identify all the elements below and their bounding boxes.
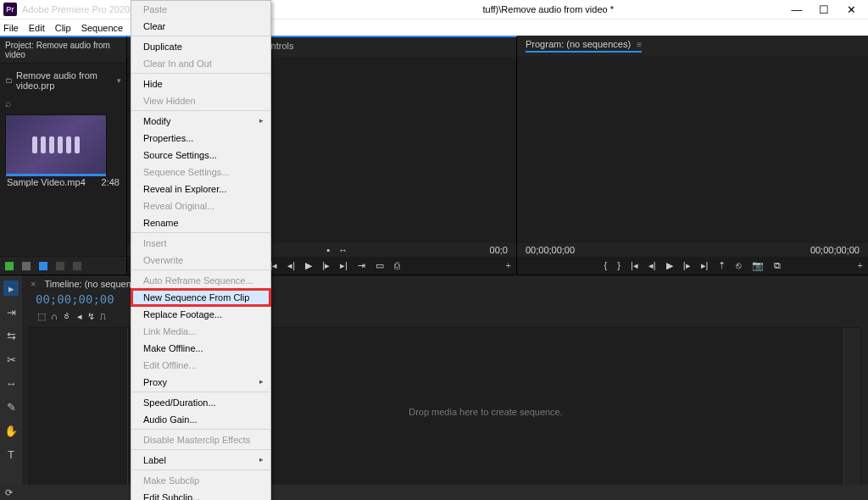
folder-icon: 🗀	[5, 76, 13, 85]
ripple-tool-icon[interactable]: ⇆	[3, 328, 19, 343]
play-icon[interactable]: ▶	[305, 260, 312, 271]
slip-tool-icon[interactable]: ↔	[3, 375, 19, 391]
toggle-icon[interactable]: ⎍	[100, 311, 106, 322]
timeline-faders[interactable]	[843, 328, 860, 496]
timeline-tab[interactable]: Timeline: (no sequence	[44, 279, 141, 289]
context-item-replace-footage[interactable]: Replace Footage...	[131, 306, 270, 323]
maximize-button[interactable]: ☐	[810, 3, 837, 16]
freeform-view-icon[interactable]	[56, 262, 64, 270]
context-item-proxy[interactable]: Proxy	[131, 374, 270, 392]
context-item-rename[interactable]: Rename	[131, 214, 270, 233]
step-back-icon[interactable]: ◂|	[287, 260, 295, 271]
toggle-icon[interactable]: ↯	[87, 311, 95, 322]
project-file-row[interactable]: 🗀 Remove audio from video.prp ▾	[5, 69, 121, 92]
sync-icon: ⟳	[5, 487, 13, 498]
half-icon[interactable]: ↔	[338, 245, 348, 255]
add-button-icon[interactable]: +	[506, 260, 511, 270]
tools-panel: ▸ ⇥ ⇆ ✂ ↔ ✎ ✋ T	[0, 275, 22, 500]
mark-in-icon[interactable]: {	[604, 260, 608, 271]
close-button[interactable]: ✕	[837, 3, 865, 16]
search-icon[interactable]: ⌕	[5, 97, 121, 109]
context-item-modify[interactable]: Modify	[131, 113, 270, 130]
clip-thumbnail[interactable]	[5, 114, 107, 175]
clip-name: Sample Video.mp4	[7, 177, 86, 187]
context-item-speed-duration[interactable]: Speed/Duration...	[131, 394, 270, 411]
menu-edit[interactable]: Edit	[29, 23, 45, 33]
grid-view-icon[interactable]	[39, 262, 47, 270]
context-item-view-hidden: View Hidden	[131, 92, 270, 111]
context-item-audio-gain[interactable]: Audio Gain...	[131, 411, 270, 430]
context-item-sequence-settings: Sequence Settings...	[131, 164, 270, 181]
track-select-tool-icon[interactable]: ⇥	[3, 304, 19, 319]
menu-sequence[interactable]: Sequence	[81, 23, 124, 33]
zoom-slider[interactable]	[73, 262, 81, 270]
go-in-icon[interactable]: |◂	[631, 260, 638, 271]
project-footer	[0, 256, 126, 275]
project-panel: Project: Remove audio from video 🗀 Remov…	[0, 36, 127, 275]
export-frame-icon[interactable]: ⎙	[394, 260, 400, 271]
source-tc-right: 00;0	[490, 245, 508, 255]
selection-tool-icon[interactable]: ▸	[3, 281, 19, 296]
context-item-clear[interactable]: Clear	[131, 18, 270, 36]
program-monitor: Program: (no sequences) ≡ 00;00;00;00 00…	[517, 36, 868, 275]
extract-icon[interactable]: ⎋	[736, 260, 742, 271]
context-item-reveal-original: Reveal Original...	[131, 197, 270, 214]
context-item-auto-reframe-sequence: Auto Reframe Sequence...	[131, 272, 270, 289]
context-item-disable-masterclip-effects: Disable Masterclip Effects	[131, 431, 270, 450]
context-item-paste: Paste	[131, 1, 270, 18]
chevron-down-icon: ▾	[117, 76, 121, 85]
list-view-icon[interactable]	[22, 262, 31, 270]
menu-file[interactable]: File	[3, 23, 19, 33]
timeline-timecode[interactable]: 00;00;00;00	[36, 292, 114, 306]
fit-icon[interactable]: ▪	[326, 245, 330, 255]
step-fwd-icon[interactable]: |▸	[683, 260, 691, 271]
export-frame-icon[interactable]: 📷	[752, 260, 764, 271]
context-item-properties[interactable]: Properties...	[131, 130, 270, 147]
pen-icon[interactable]	[5, 262, 14, 270]
insert-icon[interactable]: ⇥	[358, 260, 365, 271]
context-item-hide[interactable]: Hide	[131, 75, 270, 92]
overwrite-icon[interactable]: ▭	[376, 260, 384, 271]
comparison-icon[interactable]: ⧉	[774, 260, 781, 271]
lift-icon[interactable]: ⇡	[718, 260, 726, 271]
close-tab-icon[interactable]: ×	[31, 279, 36, 289]
razor-tool-icon[interactable]: ✂	[3, 352, 19, 367]
project-tab[interactable]: Project: Remove audio from video	[0, 37, 126, 64]
step-fwd-icon[interactable]: |▸	[322, 260, 330, 271]
context-item-make-offline[interactable]: Make Offline...	[131, 340, 270, 357]
window-title-extra: tuff)\Remove audio from video *	[483, 4, 614, 14]
panel-menu-icon[interactable]: ≡	[637, 40, 642, 49]
mark-out-icon[interactable]: }	[617, 260, 620, 271]
context-item-edit-subclip[interactable]: Edit Subclip...	[131, 489, 270, 500]
type-tool-icon[interactable]: T	[3, 447, 19, 462]
context-item-duplicate[interactable]: Duplicate	[131, 38, 270, 55]
context-item-clear-in-and-out: Clear In and Out	[131, 55, 270, 74]
clip-duration: 2:48	[102, 177, 120, 187]
pen-tool-icon[interactable]: ✎	[3, 399, 19, 414]
step-back-icon[interactable]: ◂|	[648, 260, 656, 271]
project-filename: Remove audio from video.prp	[16, 70, 114, 91]
context-item-insert: Insert	[131, 235, 270, 252]
context-item-label[interactable]: Label	[131, 452, 270, 470]
context-item-link-media: Link Media...	[131, 323, 270, 340]
play-icon[interactable]: ▶	[666, 260, 673, 271]
hand-tool-icon[interactable]: ✋	[3, 423, 19, 438]
minimize-button[interactable]: —	[783, 3, 810, 16]
menu-clip[interactable]: Clip	[55, 23, 71, 33]
context-item-source-settings[interactable]: Source Settings...	[131, 147, 270, 164]
program-view	[517, 56, 868, 243]
go-out-icon[interactable]: ▸|	[701, 260, 709, 271]
toggle-icon[interactable]: ∩	[51, 311, 58, 322]
go-out-icon[interactable]: ▸|	[340, 260, 348, 271]
context-item-new-sequence-from-clip[interactable]: New Sequence From Clip	[131, 289, 270, 306]
tab-program[interactable]: Program: (no sequences) ≡	[526, 39, 642, 53]
program-tc-right: 00;00;00;00	[810, 245, 860, 255]
toggle-icon[interactable]: ಠ	[63, 311, 72, 322]
track-headers	[30, 328, 128, 496]
toggle-icon[interactable]: ⬚	[37, 311, 46, 322]
context-menu: PasteClearDuplicateClear In and OutHideV…	[131, 0, 271, 500]
context-item-make-subclip: Make Subclip	[131, 472, 270, 489]
add-button-icon[interactable]: +	[858, 260, 863, 270]
context-item-reveal-in-explorer[interactable]: Reveal in Explorer...	[131, 181, 270, 197]
toggle-icon[interactable]: ◂	[77, 311, 82, 322]
